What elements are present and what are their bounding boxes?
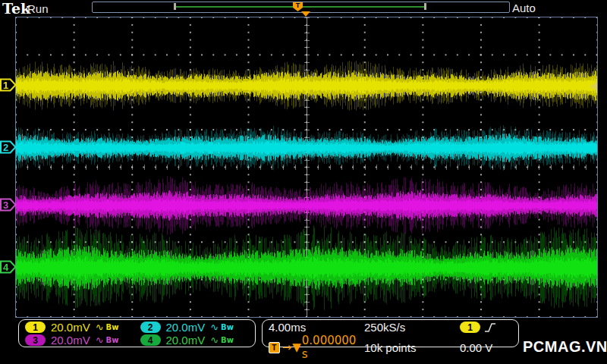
- channel-4-coupling-icon: ∿Bw: [210, 334, 234, 346]
- channel-4-readout: 4 20.0mV ∿Bw: [137, 334, 253, 347]
- channel-3-marker: 3: [0, 198, 17, 212]
- waveform-canvas: [16, 17, 597, 317]
- trigger-flag-arrow-icon: [301, 11, 310, 17]
- timebase-trigger-box: 4.00ms 250kS/s 1 T → ▼ 0.000000 s 10k po…: [262, 319, 519, 347]
- channel-3-scale: 20.0mV: [51, 334, 90, 347]
- trigger-level-arrow-icon: [590, 82, 597, 91]
- channel-readout-box: 1 20.0mV ∿Bw 2 20.0mV ∿Bw 3 20.0mV ∿Bw 4…: [18, 319, 256, 347]
- level-triangle-icon: ▼: [292, 340, 301, 354]
- channel-3-coupling-icon: ∿Bw: [96, 334, 119, 346]
- channel-2-marker: 2: [0, 140, 17, 154]
- channel-1-scale: 20.0mV: [51, 321, 90, 334]
- rising-edge-icon: [484, 322, 496, 333]
- acquisition-status: Run: [27, 2, 49, 15]
- channel-1-coupling-icon: ∿Bw: [96, 322, 119, 333]
- channel-4-marker: 4: [0, 260, 17, 274]
- trigger-level-value: 0.00 V: [460, 334, 512, 361]
- timebase-scale: 4.00ms: [269, 321, 364, 334]
- channel-1-marker: 1: [0, 78, 17, 92]
- channel-4-scale: 20.0mV: [166, 334, 206, 347]
- record-length: 10k points: [364, 334, 460, 361]
- watermark: PCMAG.VN: [523, 338, 607, 356]
- trigger-mode-label: Auto: [512, 2, 536, 14]
- channel-2-scale: 20.0mV: [166, 321, 206, 334]
- svg-text:1: 1: [3, 80, 8, 91]
- trigger-position-marker-icon: T: [293, 2, 303, 11]
- channel-1-badge: 1: [25, 322, 46, 333]
- svg-text:2: 2: [3, 142, 8, 153]
- svg-text:3: 3: [3, 199, 8, 211]
- graticule: [15, 17, 598, 318]
- trigger-t-icon: T: [269, 342, 280, 353]
- channel-2-readout: 2 20.0mV ∿Bw: [137, 321, 253, 334]
- sample-rate: 250kS/s: [364, 321, 460, 334]
- window-bracket-right: [424, 3, 426, 10]
- channel-3-readout: 3 20.0mV ∿Bw: [22, 334, 137, 347]
- channel-4-badge: 4: [140, 334, 161, 346]
- svg-text:4: 4: [3, 262, 9, 273]
- tek-logo: Tek: [2, 0, 30, 17]
- channel-1-readout: 1 20.0mV ∿Bw: [22, 321, 137, 334]
- trigger-delay-readout: T → ▼ 0.000000 s: [269, 334, 364, 361]
- trigger-source: 1: [460, 321, 512, 334]
- trigger-delay-value: 0.000000 s: [302, 334, 364, 361]
- arrow-right-icon: →: [282, 340, 292, 354]
- channel-2-coupling-icon: ∿Bw: [210, 322, 234, 333]
- channel-2-badge: 2: [140, 322, 161, 333]
- trigger-source-badge: 1: [460, 322, 480, 333]
- channel-3-badge: 3: [25, 334, 46, 346]
- oscilloscope-screen: Tek Run T Auto T 1 2 3 4 1 20.0mV ∿Bw: [0, 0, 607, 364]
